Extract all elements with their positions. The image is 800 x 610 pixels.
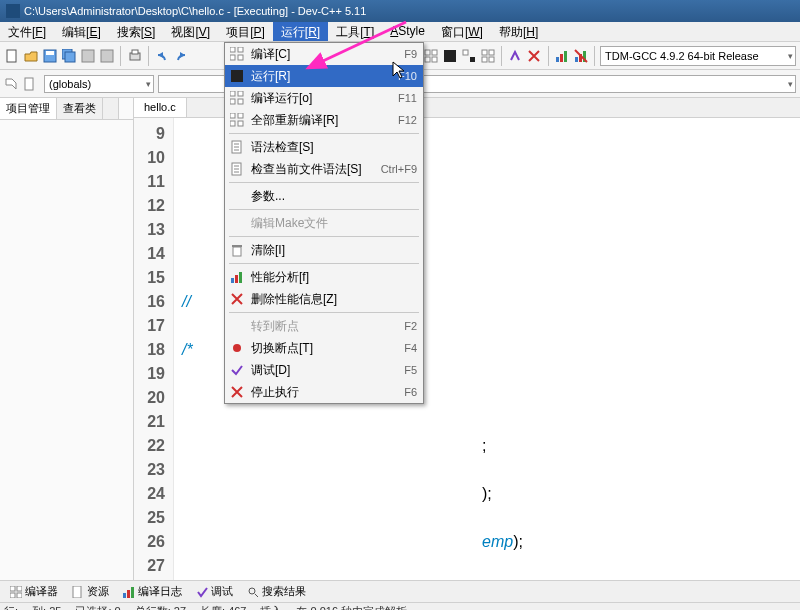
rebuild-icon[interactable] — [479, 46, 496, 66]
menu-search[interactable]: 搜索[S] — [109, 22, 164, 41]
app-icon — [6, 4, 20, 18]
svg-rect-39 — [238, 121, 243, 126]
menu-help[interactable]: 帮助[H] — [491, 22, 546, 41]
svg-rect-13 — [444, 50, 456, 62]
stop-icon — [229, 384, 245, 400]
svg-rect-20 — [556, 57, 559, 62]
tag-icon[interactable] — [4, 77, 18, 91]
menu-item-[interactable]: 停止执行F6 — [225, 381, 423, 403]
save-all2-icon[interactable] — [98, 46, 115, 66]
sidetab-project[interactable]: 项目管理 — [0, 98, 57, 119]
svg-rect-29 — [230, 55, 235, 60]
menu-project[interactable]: 项目[P] — [218, 22, 273, 41]
svg-rect-43 — [232, 245, 242, 247]
redo-icon[interactable] — [173, 46, 190, 66]
menu-edit[interactable]: 编辑[E] — [54, 22, 109, 41]
svg-rect-28 — [238, 47, 243, 52]
menu-item-s[interactable]: 语法检查[S] — [225, 136, 423, 158]
svg-rect-49 — [17, 586, 22, 591]
menu-item-label: 转到断点 — [251, 318, 398, 335]
compile-icon[interactable] — [423, 46, 440, 66]
status-len: 长度: 467 — [200, 604, 246, 610]
compiler-combo[interactable]: TDM-GCC 4.9.2 64-bit Release — [600, 46, 796, 66]
btab-compilelog[interactable]: 编译日志 — [117, 582, 188, 601]
menu-item-label: 编译运行[o] — [251, 90, 392, 107]
new-file-icon[interactable] — [4, 46, 21, 66]
menu-item-i[interactable]: 清除[I] — [225, 239, 423, 261]
grid-icon — [229, 46, 245, 62]
blank-icon — [229, 215, 245, 231]
status-time: 在 0.016 秒内完成解析 — [296, 604, 407, 610]
blank-icon — [229, 188, 245, 204]
file-icon — [72, 586, 84, 598]
svg-rect-22 — [564, 51, 567, 62]
btab-search[interactable]: 搜索结果 — [241, 582, 312, 601]
grid-icon — [229, 112, 245, 128]
check-icon — [196, 586, 208, 598]
bookmark-icon[interactable] — [22, 77, 36, 91]
svg-rect-51 — [17, 593, 22, 598]
menu-item-: 转到断点F2 — [225, 315, 423, 337]
svg-rect-8 — [132, 50, 138, 54]
menu-item-label: 性能分析[f] — [251, 269, 411, 286]
menu-item-d[interactable]: 调试[D]F5 — [225, 359, 423, 381]
svg-rect-15 — [470, 57, 475, 62]
btab-resource[interactable]: 资源 — [66, 582, 115, 601]
btab-compiler[interactable]: 编译器 — [4, 582, 64, 601]
blank-icon — [229, 318, 245, 334]
profile-del-icon[interactable] — [572, 46, 589, 66]
save-icon[interactable] — [42, 46, 59, 66]
scope-combo[interactable]: (globals) — [44, 75, 154, 93]
menu-item-s[interactable]: 检查当前文件语法[S]Ctrl+F9 — [225, 158, 423, 180]
menu-item-label: 清除[I] — [251, 242, 411, 259]
svg-rect-5 — [82, 50, 94, 62]
chart-icon — [123, 586, 135, 598]
svg-rect-4 — [65, 52, 75, 62]
file-tab-hello[interactable]: hello.c — [134, 98, 187, 117]
svg-rect-54 — [127, 590, 130, 598]
undo-icon[interactable] — [154, 46, 171, 66]
menu-item-t[interactable]: 切换断点[T]F4 — [225, 337, 423, 359]
menu-item-[interactable]: 参数... — [225, 185, 423, 207]
btab-debug[interactable]: 调试 — [190, 582, 239, 601]
svg-rect-52 — [73, 586, 81, 598]
debug-icon[interactable] — [507, 46, 524, 66]
print-icon[interactable] — [126, 46, 143, 66]
sidetab-more[interactable] — [103, 98, 119, 119]
save-all-icon[interactable] — [61, 46, 78, 66]
svg-rect-19 — [489, 57, 494, 62]
menu-view[interactable]: 视图[V] — [163, 22, 218, 41]
stop-icon[interactable] — [526, 46, 543, 66]
svg-rect-2 — [46, 51, 54, 55]
menu-item-label: 检查当前文件语法[S] — [251, 161, 375, 178]
menu-item-f[interactable]: 性能分析[f] — [225, 266, 423, 288]
profile-icon[interactable] — [554, 46, 571, 66]
menu-file[interactable]: 文件[F] — [0, 22, 54, 41]
menu-item-make: 编辑Make文件 — [225, 212, 423, 234]
menu-window[interactable]: 窗口[W] — [433, 22, 491, 41]
scope-combo-text: (globals) — [49, 78, 91, 90]
compiler-combo-text: TDM-GCC 4.9.2 64-bit Release — [605, 50, 758, 62]
menu-item-z[interactable]: 删除性能信息[Z] — [225, 288, 423, 310]
menu-item-r[interactable]: 全部重新编译[R]F12 — [225, 109, 423, 131]
menu-item-shortcut: Ctrl+F9 — [381, 163, 417, 175]
compile-run-icon[interactable] — [460, 46, 477, 66]
paper-icon — [229, 161, 245, 177]
svg-rect-38 — [230, 121, 235, 126]
sidetab-classes[interactable]: 查看类 — [57, 98, 103, 119]
svg-rect-45 — [235, 275, 238, 283]
status-col: 列: 25 — [32, 604, 61, 610]
menu-item-shortcut: F2 — [404, 320, 417, 332]
bottom-tab-bar: 编译器 资源 编译日志 调试 搜索结果 — [0, 580, 800, 602]
menu-item-label: 调试[D] — [251, 362, 398, 379]
svg-rect-35 — [238, 99, 243, 104]
menu-item-label: 语法检查[S] — [251, 139, 411, 156]
chart-icon — [229, 269, 245, 285]
status-sel: 已选择: 0 — [75, 604, 120, 610]
x-icon — [229, 291, 245, 307]
save-as-icon[interactable] — [80, 46, 97, 66]
run-icon[interactable] — [441, 46, 458, 66]
menu-item-o[interactable]: 编译运行[o]F11 — [225, 87, 423, 109]
status-line: 行: — [4, 604, 18, 610]
open-icon[interactable] — [23, 46, 40, 66]
